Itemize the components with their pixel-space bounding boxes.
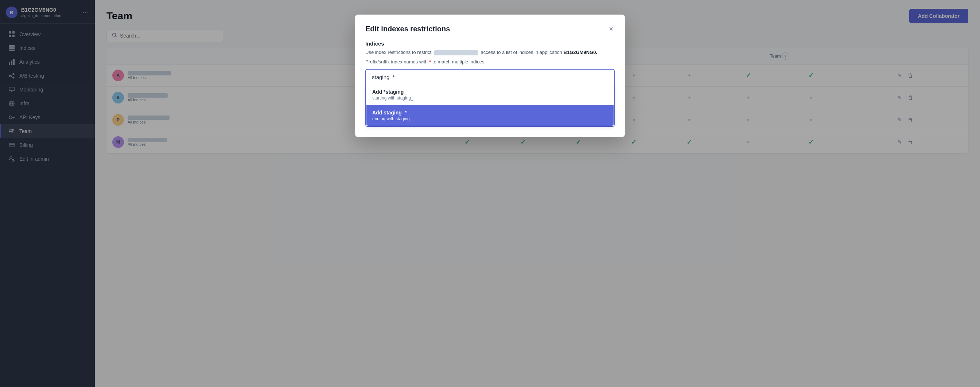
modal-overlay[interactable]: Edit indexes restrictions × Indices Use …	[0, 0, 980, 387]
modal: Edit indexes restrictions × Indices Use …	[355, 14, 625, 137]
modal-header: Edit indexes restrictions ×	[355, 14, 625, 40]
dropdown-item-main: Add *staging_	[372, 89, 608, 95]
modal-hint: Prefix/suffix index names with * to matc…	[365, 59, 615, 65]
modal-body: Indices Use index restrictions to restri…	[355, 40, 625, 137]
index-search-wrapper: Add *staging_ starting with staging_ Add…	[365, 69, 615, 127]
dropdown-item-sub: ending with staging_	[372, 116, 608, 121]
redacted-user	[434, 50, 478, 56]
app-bold: B1G2GM9NG0.	[564, 49, 597, 55]
modal-title: Edit indexes restrictions	[365, 25, 450, 33]
index-search-input[interactable]	[366, 70, 614, 84]
dropdown-item-prefix[interactable]: Add *staging_ starting with staging_	[366, 84, 614, 105]
dropdown-item-sub: starting with staging_	[372, 95, 608, 101]
modal-close-button[interactable]: ×	[608, 23, 615, 35]
asterisk-icon: *	[429, 59, 431, 65]
dropdown-menu: Add *staging_ starting with staging_ Add…	[366, 84, 614, 126]
modal-section-title: Indices	[365, 40, 615, 47]
modal-description: Use index restrictions to restrict acces…	[365, 49, 615, 56]
dropdown-item-main: Add staging_*	[372, 110, 608, 116]
dropdown-item-suffix[interactable]: Add staging_* ending with staging_	[366, 105, 614, 126]
